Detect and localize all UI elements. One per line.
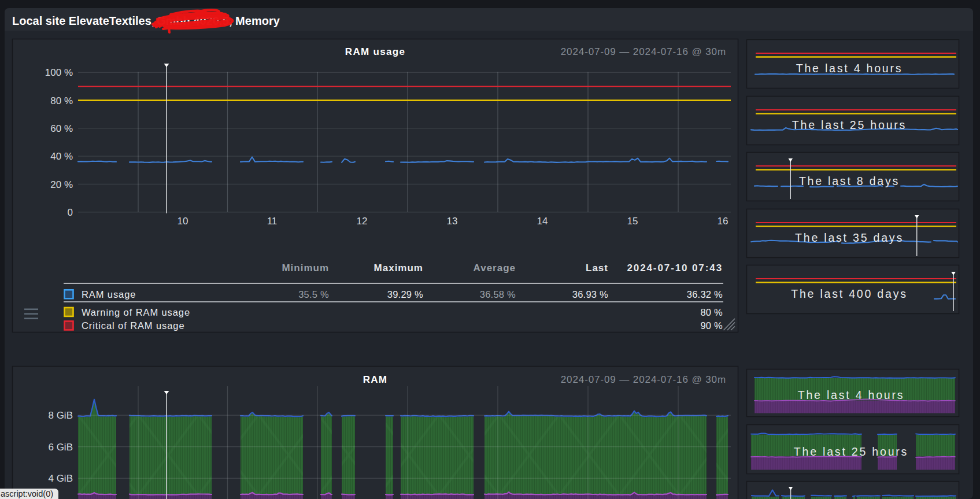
- svg-text:60 %: 60 %: [50, 123, 73, 134]
- svg-text:36.58 %: 36.58 %: [480, 289, 516, 300]
- svg-text:35.5 %: 35.5 %: [298, 289, 329, 300]
- svg-text:20 %: 20 %: [50, 179, 73, 190]
- svg-text:2024-07-09 — 2024-07-16 @ 30m: 2024-07-09 — 2024-07-16 @ 30m: [561, 374, 726, 385]
- svg-text:39.29 %: 39.29 %: [387, 289, 423, 300]
- svg-text:8 GiB: 8 GiB: [48, 410, 73, 421]
- svg-text:36.93 %: 36.93 %: [572, 289, 608, 300]
- svg-text:Last: Last: [586, 263, 608, 273]
- svg-text:Maximum: Maximum: [374, 263, 423, 273]
- svg-text:10: 10: [177, 216, 188, 227]
- svg-text:16: 16: [718, 216, 728, 227]
- svg-text:80 %: 80 %: [50, 95, 73, 106]
- svg-text:36.32 %: 36.32 %: [687, 289, 723, 300]
- svg-text:Average: Average: [474, 263, 516, 273]
- svg-text:The last 25 hours: The last 25 hours: [794, 445, 908, 458]
- svg-text:11: 11: [267, 216, 278, 227]
- svg-text:90 %: 90 %: [700, 320, 723, 331]
- svg-text:The last 4 hours: The last 4 hours: [796, 62, 903, 75]
- svg-text:The last 400 days: The last 400 days: [791, 287, 908, 300]
- svg-text:Local site ElevateTextiles,: Local site ElevateTextiles,: [12, 14, 154, 27]
- svg-text:14: 14: [537, 216, 548, 227]
- svg-text:40 %: 40 %: [50, 151, 73, 162]
- svg-text:The last 35 days: The last 35 days: [795, 231, 904, 244]
- svg-text:100 %: 100 %: [45, 67, 73, 78]
- svg-text:Minimum: Minimum: [282, 263, 329, 273]
- svg-text:RAM usage: RAM usage: [345, 46, 405, 57]
- svg-text:0: 0: [68, 207, 73, 218]
- svg-text:12: 12: [357, 216, 368, 227]
- svg-text:4 GiB: 4 GiB: [48, 473, 73, 484]
- svg-text:The last 8 days: The last 8 days: [799, 175, 900, 187]
- svg-text:RAM: RAM: [363, 374, 388, 385]
- svg-text:6 GiB: 6 GiB: [48, 442, 73, 453]
- svg-text:80 %: 80 %: [700, 307, 723, 317]
- svg-text:Critical of RAM usage: Critical of RAM usage: [82, 320, 184, 331]
- svg-text:2024-07-10 07:43: 2024-07-10 07:43: [627, 263, 723, 273]
- svg-text:Warning of RAM usage: Warning of RAM usage: [82, 307, 190, 317]
- svg-text:13: 13: [447, 216, 458, 227]
- svg-text:2024-07-09 — 2024-07-16 @ 30m: 2024-07-09 — 2024-07-16 @ 30m: [561, 46, 726, 57]
- svg-text:The last 4 hours: The last 4 hours: [798, 389, 905, 401]
- svg-text:RAM usage: RAM usage: [82, 289, 136, 300]
- svg-text:, Memory: , Memory: [229, 14, 280, 27]
- svg-text:The last 25 hours: The last 25 hours: [792, 119, 907, 131]
- svg-text:15: 15: [627, 216, 638, 227]
